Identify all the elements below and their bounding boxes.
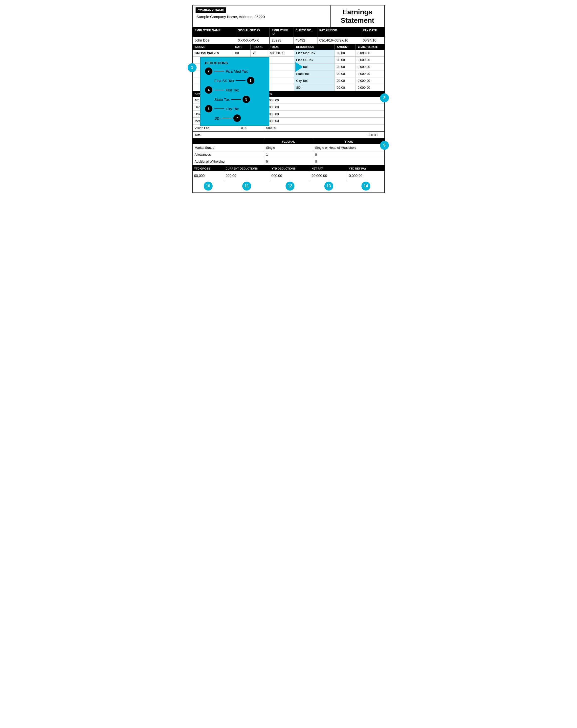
pretax-empty-3 <box>300 118 384 124</box>
pay-date-value: 03/24/16 <box>361 37 384 44</box>
pretax-ytd-0: 0,000.00 <box>264 97 300 104</box>
ytd-net-value: 0,000.00 <box>347 171 384 180</box>
pretax-empty-1 <box>300 104 384 110</box>
emp-ssid-header: SOCIAL SEC ID <box>236 27 270 37</box>
sdi-amount: 00.00 <box>335 84 355 91</box>
ytd-header: YEAR-TO-DATE <box>355 44 384 50</box>
tax-federal-2: 0 <box>264 158 313 165</box>
fed-tax-ytd: 0,000.00 <box>355 63 384 70</box>
popup-label-7: SDI <box>214 116 221 120</box>
summary-badges-row: 10 11 12 13 14 <box>193 180 384 192</box>
amount-header: AMOUNT <box>335 44 355 50</box>
empty-3d <box>268 63 294 70</box>
tax-row-1: Allowances 1 0 <box>193 151 384 158</box>
total-header: TOTAL <box>268 44 294 50</box>
gross-wages-total: $0,000.00 <box>268 50 294 56</box>
arrow-7 <box>222 118 232 119</box>
city-tax-name: City Tax <box>294 77 335 84</box>
ytd-ded-value: 000.00 <box>270 171 310 180</box>
badge-7: 7 <box>233 114 241 122</box>
emp-name-header: EMPLOYEE NAME <box>193 27 236 37</box>
empty-4d <box>268 71 294 77</box>
arrow-2 <box>214 71 224 72</box>
current-ded-value: 000.00 <box>224 171 270 180</box>
summary-data: 00,000 000.00 000.00 00,000.00 0,000.00 <box>193 171 384 180</box>
arrow-3 <box>235 80 246 81</box>
fica-med-ytd: 0,000.00 <box>355 50 384 56</box>
ytd-gross-header: YTD GROSS <box>193 166 224 171</box>
badge-13-container: 13 <box>310 182 347 190</box>
company-name-value: Sample Company Name, Address, 95220 <box>196 15 327 19</box>
pay-period-value: 03/14/16–03/27/16 <box>318 37 361 44</box>
callout-arrow <box>295 62 303 72</box>
sdi-ytd: 0,000.00 <box>355 84 384 91</box>
tax-state-2: 0 <box>313 158 384 165</box>
pay-date-header: PAY DATE <box>361 27 384 37</box>
income-ded-headers: INCOME RATE HOURS TOTAL DEDUCTIONS AMOUN… <box>193 44 384 50</box>
earnings-statement: COMPANY NAME Sample Company Name, Addres… <box>192 5 385 193</box>
tax-headers: FEDERAL STATE <box>193 139 384 144</box>
tax-row-2: Additional Witholding 0 0 <box>193 158 384 165</box>
header-left: COMPANY NAME Sample Company Name, Addres… <box>193 5 330 27</box>
header-right: EarningsStatement <box>330 5 384 27</box>
ytd-gross-value: 00,000 <box>193 171 224 180</box>
tax-label-0: Marital Status <box>193 144 264 151</box>
income-ded-data: GROSS WAGES 00 70 $0,000.00 Fica Med Tax… <box>193 50 384 91</box>
check-no-value: 48492 <box>294 37 317 44</box>
pretax-empty-0 <box>300 97 384 104</box>
pretax-total-value: 000.00 <box>368 133 382 137</box>
current-ded-header: CURRENT DEDUCTIONS <box>224 166 270 171</box>
pretax-total-label: Total <box>195 133 368 137</box>
empty-5d <box>268 77 294 84</box>
deductions-header: DEDUCTIONS <box>294 44 335 50</box>
check-no-header: CHECK NO. <box>294 27 317 37</box>
badge-6: 6 <box>205 105 212 112</box>
arrow-5 <box>231 99 241 100</box>
city-tax-amount: 00.00 <box>335 77 355 84</box>
fica-ss-amount: 00.00 <box>335 57 355 63</box>
badge-5: 5 <box>243 96 250 103</box>
ytd-ded-header: YTD DEDUCTIONS <box>270 166 310 171</box>
emp-id-value: 28293 <box>270 37 294 44</box>
popup-item-6: 6 City Tax <box>205 105 264 112</box>
popup-label-2: Fica Med Tax <box>226 69 248 73</box>
emp-id-header: EMPLOYEE ID <box>270 27 294 37</box>
pretax-empty-4 <box>300 125 384 131</box>
empty-6d <box>268 84 294 91</box>
pretax-empty-2 <box>300 111 384 118</box>
tax-section: 9 FEDERAL STATE Marital Status Single Si… <box>193 139 384 165</box>
pretax-total-row: Total 000.00 <box>193 131 384 138</box>
arrow-4 <box>214 90 224 90</box>
gross-wages-rate: 00 <box>233 50 251 56</box>
pretax-ytd-1: 0,000.00 <box>264 104 300 110</box>
summary-section: YTD GROSS CURRENT DEDUCTIONS YTD DEDUCTI… <box>193 165 384 192</box>
emp-ssid-value: XXX-XX-XXX <box>236 37 270 44</box>
popup-item-4: 4 Fed Tax <box>205 86 264 94</box>
tax-row-0: Marital Status Single Single or Head of … <box>193 144 384 151</box>
tax-federal-1: 1 <box>264 151 313 158</box>
badge-1: 1 <box>187 63 197 72</box>
popup-item-3: Fica SS Tax 3 <box>205 77 264 84</box>
gross-wages-row: GROSS WAGES 00 70 $0,000.00 Fica Med Tax… <box>193 50 384 57</box>
arrow-6 <box>214 108 224 109</box>
badge-10-container: 10 <box>193 182 224 190</box>
employee-data: John Doe XXX-XX-XXX 28293 48492 03/14/16… <box>193 37 384 44</box>
summary-headers: YTD GROSS CURRENT DEDUCTIONS YTD DEDUCTI… <box>193 166 384 171</box>
popup-item-7: SDI 7 <box>205 114 264 122</box>
pay-period-header: PAY PERIOD <box>318 27 361 37</box>
tax-label-2: Additional Witholding <box>193 158 264 165</box>
badge-9-container: 9 <box>380 141 389 150</box>
hours-header: HOURS <box>251 44 268 50</box>
badge-14-container: 14 <box>347 182 384 190</box>
popup-label-5: State Tax <box>214 97 230 102</box>
pretax-spacer <box>300 92 384 97</box>
income-deductions-block: 1 INCOME RATE HOURS TOTAL DEDUCTIONS AMO… <box>193 44 384 92</box>
fed-tax-amount: 00.00 <box>335 63 355 70</box>
employee-header: EMPLOYEE NAME SOCIAL SEC ID EMPLOYEE ID … <box>193 27 384 37</box>
pretax-ytd-header: YTD <box>264 92 300 97</box>
emp-name-value: John Doe <box>193 37 236 44</box>
popup-item-2: 2 Fica Med Tax <box>205 68 264 75</box>
gross-wages-hours: 70 <box>251 50 268 56</box>
state-tax-ytd: 0,000.00 <box>355 71 384 77</box>
tax-state-1: 0 <box>313 151 384 158</box>
